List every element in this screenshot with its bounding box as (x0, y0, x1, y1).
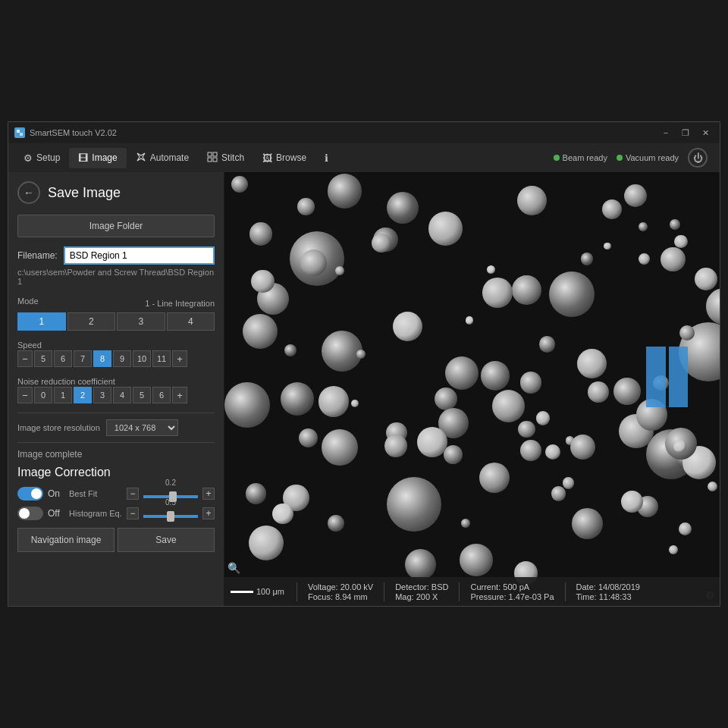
noise-2[interactable]: 2 (74, 387, 92, 403)
scale-indicator: 100 μm (231, 587, 297, 596)
particle-extra-24 (428, 212, 463, 246)
focus-text: Focus: 8.94 mm (308, 592, 373, 601)
noise-0[interactable]: 0 (34, 387, 52, 403)
particle-extra-16 (639, 253, 650, 265)
window-controls: − ❐ ✕ (657, 126, 714, 140)
particle-extra-20 (570, 435, 595, 460)
mode-btn-4[interactable]: 4 (167, 312, 215, 331)
particle-extra-77 (445, 356, 479, 390)
noise-label: Noise reduction coefficient (17, 377, 115, 386)
speed-section: Speed − 5 6 7 8 9 10 11 + (17, 340, 215, 367)
back-button[interactable]: ← (17, 181, 40, 204)
nav-setup[interactable]: ⚙ Setup (14, 148, 69, 168)
noise-6[interactable]: 6 (152, 387, 171, 403)
resolution-select[interactable]: 1024 x 768 512 x 384 2048 x 1536 4096 x … (106, 419, 178, 436)
nav-automate[interactable]: Automate (127, 147, 198, 169)
particle-extra-26 (577, 349, 607, 378)
bestfit-minus[interactable]: − (127, 488, 139, 500)
filename-input[interactable] (64, 246, 215, 265)
resolution-label: Image store resolution (17, 423, 100, 432)
nav-image-label: Image (92, 152, 117, 163)
pressure-text: Pressure: 1.47e-03 Pa (470, 592, 554, 601)
image-area: 🔍 ⚙ 100 μm Voltage: 20.00 kV Focus: 8.94… (224, 172, 720, 606)
noise-4[interactable]: 4 (113, 387, 131, 403)
info-col-4: Date: 14/08/2019 Time: 11:48:33 (565, 582, 651, 601)
histogram-plus[interactable]: + (202, 507, 215, 519)
correction-toggle-1[interactable] (17, 487, 43, 500)
noise-3[interactable]: 3 (93, 387, 111, 403)
particle-extra-78 (572, 508, 603, 539)
speed-minus[interactable]: − (17, 350, 33, 367)
speed-plus[interactable]: + (172, 350, 187, 367)
speed-5[interactable]: 5 (34, 350, 52, 367)
image-folder-button[interactable]: Image Folder (17, 215, 215, 237)
particle-extra-27 (284, 344, 297, 357)
toggle-label-2: Off (48, 508, 64, 519)
particle-extra-74 (604, 243, 610, 249)
minimize-button[interactable]: − (657, 126, 674, 140)
nav-image[interactable]: 🎞 Image (69, 148, 126, 168)
correction-toggle-2[interactable] (17, 507, 43, 520)
speed-9[interactable]: 9 (113, 350, 131, 367)
vacuum-label: Vacuum ready (626, 153, 679, 162)
particle-0 (387, 192, 419, 224)
nav-info[interactable]: ℹ (315, 148, 337, 168)
histogram-minus[interactable]: − (127, 507, 139, 519)
noise-5[interactable]: 5 (133, 387, 151, 403)
time-text: Time: 11:48:33 (576, 592, 640, 601)
voltage-text: Voltage: 20.00 kV (308, 582, 373, 592)
particle-extra-38 (639, 222, 648, 231)
particle-extra-79 (670, 219, 680, 230)
particle-extra-5 (492, 390, 525, 422)
speed-10[interactable]: 10 (133, 350, 151, 367)
noise-1[interactable]: 1 (54, 387, 72, 403)
restore-button[interactable]: ❐ (677, 126, 694, 140)
nav-setup-label: Setup (36, 152, 60, 163)
main-content: ← Save Image Image Folder Filename: c:\u… (8, 172, 720, 606)
particle-extra-68 (372, 234, 391, 253)
navigation-image-button[interactable]: Navigation image (17, 528, 115, 552)
bestfit-plus[interactable]: + (202, 488, 215, 500)
mode-section: Mode 1 - Line Integration 1 2 3 4 (17, 297, 215, 331)
speed-8[interactable]: 8 (93, 350, 111, 367)
speed-11[interactable]: 11 (152, 350, 171, 367)
noise-plus[interactable]: + (172, 387, 187, 403)
particle-extra-47 (335, 266, 344, 275)
particle-extra-49 (297, 198, 315, 215)
date-text: Date: 14/08/2019 (576, 582, 640, 592)
nav-browse-label: Browse (276, 152, 306, 163)
speed-7[interactable]: 7 (74, 350, 92, 367)
close-button[interactable]: ✕ (697, 126, 714, 140)
best-fit-label: Best Fit (69, 489, 122, 498)
particle-extra-76 (673, 440, 686, 453)
nav-stitch[interactable]: Stitch (198, 147, 253, 169)
correction-row-2: Off Histogram Eq. − 0.5 + (17, 507, 215, 520)
speed-6[interactable]: 6 (54, 350, 72, 367)
particle-extra-44 (706, 288, 720, 324)
particle-extra-51 (460, 544, 492, 576)
zoom-icon[interactable]: 🔍 (228, 562, 240, 574)
title-bar-left: SmartSEM touch V2.02 (14, 127, 117, 138)
histogram-slider[interactable] (143, 515, 198, 518)
info-bar: 100 μm Voltage: 20.00 kV Focus: 8.94 mm … (224, 577, 720, 606)
noise-row: − 0 1 2 3 4 5 6 + (17, 387, 215, 403)
save-button[interactable]: Save (118, 528, 215, 552)
nav-browse[interactable]: 🖼 Browse (253, 148, 315, 168)
particle-extra-61 (435, 388, 457, 410)
particle-extra-42 (246, 483, 266, 504)
filename-label: Filename: (17, 250, 58, 261)
power-button[interactable]: ⏻ (688, 148, 708, 168)
mode-buttons: 1 2 3 4 (17, 312, 215, 331)
resolution-row: Image store resolution 1024 x 768 512 x … (17, 419, 215, 436)
particle-42 (322, 429, 358, 466)
particle-extra-70 (318, 386, 350, 417)
particle-extra-23 (272, 504, 293, 525)
mode-btn-3[interactable]: 3 (117, 312, 165, 331)
particle-extra-62 (487, 265, 495, 274)
mode-btn-2[interactable]: 2 (67, 312, 116, 331)
particle-extra-15 (299, 428, 318, 447)
automate-icon (136, 152, 146, 165)
particle-extra-30 (482, 278, 513, 308)
mode-btn-1[interactable]: 1 (17, 312, 66, 331)
noise-minus[interactable]: − (17, 387, 33, 403)
